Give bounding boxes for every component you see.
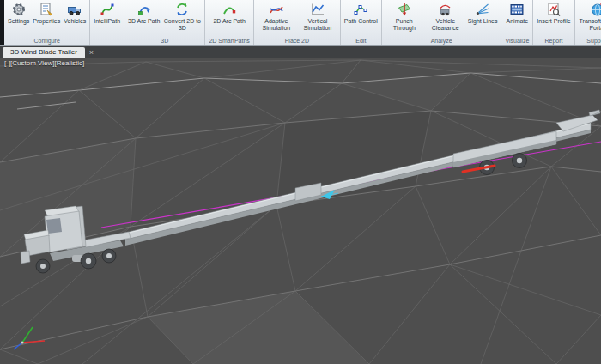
ribbon-group-visualize: Animate Visualize: [501, 0, 533, 46]
front-bumper: [21, 251, 30, 264]
tractor-wheel-hub: [86, 258, 91, 264]
arc-path-2d-icon: [222, 2, 237, 17]
tab-label: 3D Wind Blade Trailer: [10, 48, 77, 56]
convert-2d-to-3d-button-label: Convert 2D to 3D: [163, 18, 201, 32]
sight-lines-icon: [475, 2, 490, 17]
ribbon-group-support: Transoft User Portal Support: [575, 0, 601, 46]
ribbon-group-3d: 3D Arc Path Convert 2D to 3D 3D: [124, 0, 205, 46]
bogie-wheel-hub: [517, 158, 522, 163]
viewport-controls: [-][Custom View][Realistic]: [4, 59, 84, 67]
ribbon-group-label-visualize: Visualize: [503, 37, 531, 46]
ribbon-group-label-analyze: Analyze: [384, 37, 500, 46]
convert-2d-to-3d-icon: [174, 2, 190, 17]
punch-through-button[interactable]: Punch Through: [384, 1, 425, 32]
drawing-tab-bar: 3D Wind Blade Trailer ×: [0, 46, 601, 58]
properties-button-label: Properties: [33, 18, 60, 25]
viewport[interactable]: [-][Custom View][Realistic]: [0, 58, 601, 364]
vehicle-clearance-icon: [438, 2, 453, 17]
ribbon-group-label-3d: 3D: [126, 37, 203, 46]
path-control-icon: [353, 2, 368, 17]
intellipath-icon: [100, 2, 115, 17]
ribbon-group-label-report: Report: [535, 37, 572, 46]
application-window: Settings Properties Vehicles Configure I…: [0, 0, 601, 364]
windshield: [46, 218, 62, 234]
path-control-button-label: Path Control: [344, 18, 378, 25]
visual-style-control[interactable]: [Realistic]: [55, 59, 85, 67]
animate-button[interactable]: Animate: [505, 1, 531, 25]
3d-arc-path-button-label: 3D Arc Path: [128, 18, 160, 25]
2d-arc-path-button[interactable]: 2D Arc Path: [211, 1, 246, 25]
ribbon-group-place-2d: Adaptive Simulation Vertical Simulation …: [254, 0, 341, 46]
arc-path-3d-icon: [137, 2, 152, 17]
punch-through-icon: [397, 2, 412, 17]
tractor-wheel-hub: [106, 253, 112, 258]
ribbon-group-label-configure: Configure: [6, 37, 88, 46]
animate-button-label: Animate: [507, 18, 529, 25]
ucs-y-axis: [22, 327, 33, 343]
ucs-axis-icon[interactable]: [14, 327, 45, 349]
vertical-simulation-icon: [310, 2, 325, 17]
sight-lines-button[interactable]: Sight Lines: [466, 1, 500, 25]
ribbon-group-2d-smartpaths: 2D Arc Path 2D SmartPaths: [205, 0, 253, 46]
ribbon-group-edit: Path Control Edit: [341, 0, 382, 46]
intellipath-button[interactable]: IntelliPath: [92, 1, 122, 25]
sight-lines-button-label: Sight Lines: [468, 18, 498, 25]
viewport-canvas[interactable]: [0, 58, 601, 364]
vehicles-icon: [67, 2, 82, 17]
tab-close-icon[interactable]: ×: [85, 47, 98, 58]
vertical-simulation-button[interactable]: Vertical Simulation: [297, 1, 338, 32]
transoft-user-portal-icon: [590, 2, 601, 17]
adaptive-simulation-button[interactable]: Adaptive Simulation: [256, 1, 297, 32]
2d-arc-path-button-label: 2D Arc Path: [213, 18, 245, 25]
ribbon-group-label-support: Support: [577, 37, 601, 46]
vehicle-clearance-button-label: Vehicle Clearance: [427, 18, 464, 32]
vertical-simulation-button-label: Vertical Simulation: [299, 18, 337, 32]
intellipath-button-label: IntelliPath: [94, 18, 120, 25]
insert-profile-button-label: Insert Profile: [537, 18, 570, 25]
adaptive-simulation-icon: [269, 2, 284, 17]
animate-icon: [509, 2, 525, 17]
vehicles-button-label: Vehicles: [64, 18, 86, 25]
ribbon-group-intellipath: IntelliPath: [90, 0, 124, 46]
adaptive-simulation-button-label: Adaptive Simulation: [258, 18, 295, 32]
punch-through-button-label: Punch Through: [385, 18, 423, 32]
vehicle-clearance-button[interactable]: Vehicle Clearance: [425, 1, 466, 32]
transoft-user-portal-button-label: Transoft User Portal: [579, 18, 601, 32]
ribbon-group-label-edit: Edit: [343, 37, 379, 46]
ribbon-toolbar: Settings Properties Vehicles Configure I…: [0, 0, 601, 46]
settings-button[interactable]: Settings: [6, 1, 31, 25]
settings-button-label: Settings: [8, 18, 29, 25]
ribbon-group-analyze: Punch Through Vehicle Clearance Sight Li…: [382, 0, 502, 46]
ucs-origin: [21, 341, 23, 343]
insert-profile-button[interactable]: Insert Profile: [535, 1, 572, 25]
insert-profile-icon: [546, 2, 562, 17]
ribbon-group-label-intellipath: [92, 43, 122, 46]
ribbon-group-report: Insert Profile Report: [533, 0, 574, 46]
ribbon-group-label-2d-smartpaths: 2D SmartPaths: [207, 37, 251, 46]
3d-arc-path-button[interactable]: 3D Arc Path: [126, 1, 161, 25]
vehicles-button[interactable]: Vehicles: [62, 1, 88, 25]
ucs-x-axis: [22, 341, 45, 343]
settings-icon: [11, 2, 27, 17]
path-control-button[interactable]: Path Control: [343, 1, 379, 25]
tractor-wheel-hub: [40, 264, 46, 269]
transoft-user-portal-button[interactable]: Transoft User Portal: [577, 1, 601, 32]
ribbon-group-configure: Settings Properties Vehicles Configure: [4, 0, 90, 46]
view-control[interactable]: [Custom View]: [10, 59, 54, 67]
properties-button[interactable]: Properties: [31, 1, 62, 25]
ribbon-group-label-place-2d: Place 2D: [256, 37, 338, 46]
tab-3d-wind-blade-trailer[interactable]: 3D Wind Blade Trailer: [3, 47, 85, 58]
properties-icon: [39, 2, 54, 17]
convert-2d-to-3d-button[interactable]: Convert 2D to 3D: [161, 1, 203, 32]
